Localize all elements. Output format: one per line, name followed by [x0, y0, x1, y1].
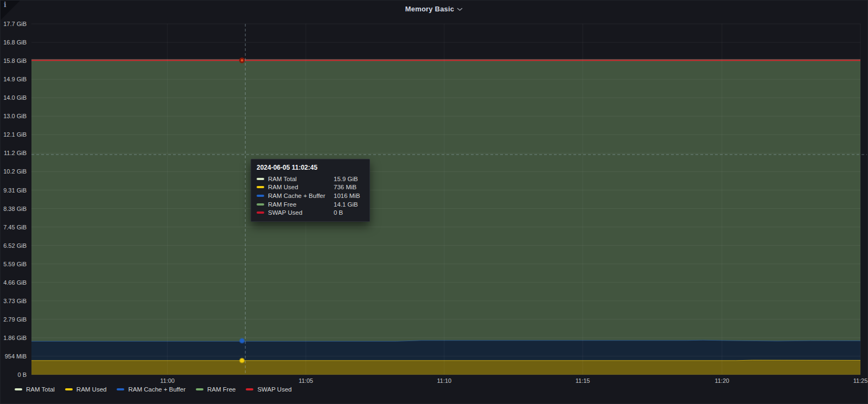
x-axis-label: 11:25	[853, 377, 868, 384]
chart-legend: RAM TotalRAM UsedRAM Cache + BufferRAM F…	[15, 386, 292, 393]
x-axis-label: 11:00	[160, 377, 175, 384]
tooltip-timestamp: 2024-06-05 11:02:45	[257, 164, 364, 171]
y-axis-label: 6.52 GiB	[1, 242, 27, 249]
tooltip-row: RAM Free14.1 GiB	[257, 200, 364, 209]
y-axis-label: 3.73 GiB	[1, 298, 27, 304]
chart-tooltip: 2024-06-05 11:02:45 RAM Total15.9 GiBRAM…	[251, 159, 370, 222]
memory-chart[interactable]	[1, 1, 868, 404]
y-axis-label: 8.38 GiB	[1, 206, 27, 212]
tooltip-row: RAM Cache + Buffer1016 MiB	[257, 191, 364, 200]
legend-color-swatch	[15, 388, 22, 390]
y-axis-label: 12.1 GiB	[1, 131, 27, 138]
legend-color-swatch	[65, 388, 73, 390]
legend-label: SWAP Used	[257, 386, 291, 393]
legend-label: RAM Total	[26, 386, 55, 393]
y-axis-label: 16.8 GiB	[1, 39, 27, 46]
tooltip-series-label: RAM Used	[268, 184, 330, 190]
tooltip-series-label: SWAP Used	[268, 209, 330, 216]
legend-item-ram-free[interactable]: RAM Free	[196, 386, 235, 393]
x-axis-label: 11:10	[437, 377, 452, 384]
tooltip-series-label: RAM Free	[268, 201, 330, 208]
series-color-swatch	[257, 203, 264, 206]
tooltip-series-value: 14.1 GiB	[334, 201, 364, 208]
series-color-swatch	[257, 211, 264, 214]
legend-item-ram-used[interactable]: RAM Used	[65, 386, 107, 393]
tooltip-row: SWAP Used0 B	[257, 208, 364, 217]
x-axis-label: 11:15	[576, 377, 590, 384]
y-axis-label: 10.2 GiB	[1, 168, 27, 175]
y-axis-label: 9.31 GiB	[1, 187, 27, 194]
y-axis-label: 17.7 GiB	[1, 21, 27, 27]
legend-color-swatch	[117, 388, 124, 390]
y-axis-label: 14.0 GiB	[1, 94, 27, 101]
tooltip-series-label: RAM Total	[268, 176, 330, 182]
memory-basic-panel: i Memory Basic 17.7 GiB16.8 GiB15.8 GiB1…	[0, 0, 868, 404]
y-axis-label: 0 B	[1, 371, 27, 378]
x-axis-label: 11:20	[714, 377, 729, 384]
y-axis-label: 15.8 GiB	[1, 57, 27, 64]
tooltip-row: RAM Total15.9 GiB	[257, 175, 364, 183]
legend-label: RAM Used	[76, 386, 107, 393]
tooltip-series-value: 15.9 GiB	[334, 176, 364, 182]
legend-item-swap-used[interactable]: SWAP Used	[246, 386, 291, 393]
tooltip-series-value: 736 MiB	[334, 184, 364, 190]
tooltip-series-label: RAM Cache + Buffer	[268, 193, 330, 199]
y-axis-label: 5.59 GiB	[1, 261, 27, 267]
y-axis-label: 2.79 GiB	[1, 316, 27, 323]
series-color-swatch	[257, 195, 264, 197]
hover-point	[240, 59, 244, 63]
y-axis-label: 11.2 GiB	[1, 150, 27, 156]
y-axis-label: 13.0 GiB	[1, 113, 27, 119]
tooltip-series-value: 1016 MiB	[334, 193, 364, 199]
hover-point	[240, 339, 244, 343]
series-color-swatch	[257, 186, 264, 188]
x-axis-label: 11:05	[298, 377, 313, 384]
legend-label: RAM Cache + Buffer	[128, 386, 186, 393]
tooltip-row: RAM Used736 MiB	[257, 183, 364, 192]
y-axis-label: 7.45 GiB	[1, 224, 27, 230]
y-axis-label: 4.66 GiB	[1, 279, 27, 286]
y-axis-label: 954 MiB	[1, 353, 27, 360]
legend-color-swatch	[246, 388, 253, 390]
legend-item-ram-total[interactable]: RAM Total	[15, 386, 55, 393]
legend-label: RAM Free	[207, 386, 235, 393]
tooltip-series-value: 0 B	[334, 209, 364, 216]
y-axis-label: 1.86 GiB	[1, 335, 27, 341]
legend-color-swatch	[196, 388, 203, 390]
legend-item-ram-cache-buffer[interactable]: RAM Cache + Buffer	[117, 386, 186, 393]
series-color-swatch	[257, 178, 264, 180]
y-axis-label: 14.9 GiB	[1, 76, 27, 82]
hover-point	[240, 358, 244, 363]
